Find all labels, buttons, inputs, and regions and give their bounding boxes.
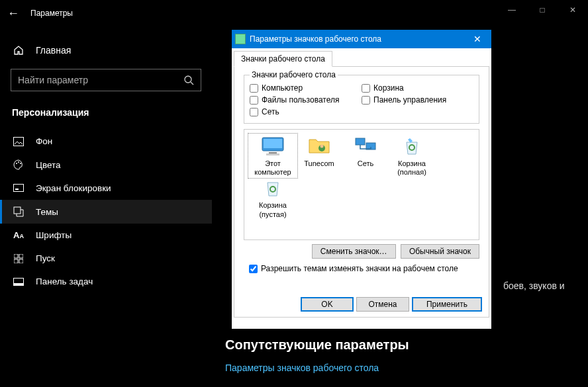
svg-rect-18: [266, 153, 279, 155]
icon-label-2: (пустая): [259, 210, 286, 218]
checkbox-label: Файлы пользователя: [262, 95, 339, 105]
window-title: Параметры: [30, 9, 73, 18]
checkbox-network[interactable]: Сеть: [250, 106, 362, 118]
icon-label-1: Tunecom: [304, 159, 334, 167]
icon-label-1: Корзина: [259, 201, 287, 209]
svg-rect-7: [15, 189, 19, 190]
allow-themes-label: Разрешить темам изменять значки на рабоч…: [261, 264, 458, 273]
allow-themes-checkbox[interactable]: Разрешить темам изменять значки на рабоч…: [240, 259, 483, 273]
sidebar-item-start[interactable]: Пуск: [0, 247, 212, 270]
checkbox-label: Панель управления: [373, 95, 446, 105]
back-button[interactable]: ←: [0, 0, 26, 26]
icon-label-1: Корзина: [398, 159, 426, 167]
sidebar-home-label: Главная: [36, 45, 71, 56]
svg-rect-6: [14, 184, 24, 191]
desktop-icons-group: Значки рабочего стола Компьютер Корзина …: [244, 75, 479, 124]
desktop-icon-settings-link[interactable]: Параметры значков рабочего стола: [225, 363, 379, 373]
this-pc-icon: [260, 135, 286, 157]
icon-recycle-full[interactable]: Корзина(полная): [389, 135, 435, 177]
svg-line-1: [191, 82, 193, 85]
apply-button[interactable]: Применить: [412, 297, 482, 312]
close-icon: ✕: [473, 34, 481, 44]
sidebar-item-themes[interactable]: Темы: [0, 200, 212, 224]
allow-themes-input[interactable]: [249, 265, 258, 273]
user-folder-icon: [306, 135, 332, 157]
recycle-empty-icon: [260, 177, 286, 199]
svg-rect-10: [19, 254, 23, 258]
settings-sidebar: Главная Найти параметр Персонализация Фо…: [0, 26, 212, 387]
checkbox-userfiles-input[interactable]: [250, 96, 258, 105]
checkbox-network-input[interactable]: [250, 108, 258, 116]
sidebar-item-taskbar[interactable]: Панель задач: [0, 270, 212, 293]
checkbox-controlpanel-input[interactable]: [362, 96, 370, 105]
icon-label-2: компьютер: [254, 168, 291, 176]
sidebar-item-label: Панель задач: [36, 277, 93, 286]
svg-rect-14: [14, 283, 24, 286]
svg-rect-16: [264, 139, 282, 148]
sidebar-home[interactable]: Главная: [0, 40, 212, 61]
change-icon-button[interactable]: Сменить значок…: [312, 244, 396, 259]
network-icon: [352, 135, 379, 157]
home-icon: [12, 45, 25, 56]
icon-label-1: Сеть: [358, 159, 373, 167]
icon-this-pc[interactable]: Этоткомпьютер: [250, 135, 296, 177]
svg-rect-21: [356, 138, 365, 145]
partial-theme-description: боев, звуков и: [503, 280, 565, 291]
checkbox-label: Компьютер: [262, 83, 303, 93]
desktop-icon-settings-dialog: Параметры значков рабочего стола ✕ Значк…: [232, 30, 491, 329]
sidebar-item-background[interactable]: Фон: [0, 130, 212, 153]
icon-network[interactable]: Сеть: [342, 135, 389, 177]
start-icon: [12, 254, 25, 263]
icon-recycle-empty[interactable]: Корзина(пустая): [250, 177, 296, 218]
checkbox-recyclebin-input[interactable]: [362, 84, 370, 93]
sidebar-item-label: Пуск: [36, 253, 55, 263]
dialog-body: Значки рабочего стола Значки рабочего ст…: [232, 48, 491, 329]
icon-label-1: Этот: [265, 159, 281, 167]
checkbox-computer-input[interactable]: [250, 84, 258, 93]
dialog-system-icon: [235, 34, 246, 44]
sidebar-item-label: Шрифты: [36, 230, 72, 240]
checkbox-label: Сеть: [262, 107, 279, 116]
sidebar-item-label: Экран блокировки: [36, 183, 111, 193]
checkbox-computer[interactable]: Компьютер: [250, 82, 362, 94]
tab-panel: Значки рабочего стола Компьютер Корзина …: [234, 66, 489, 318]
dialog-title: Параметры значков рабочего стола: [250, 34, 464, 44]
svg-point-20: [320, 145, 324, 148]
checkbox-userfiles[interactable]: Файлы пользователя: [250, 94, 362, 106]
cancel-button[interactable]: Отмена: [356, 297, 409, 312]
group-legend: Значки рабочего стола: [250, 70, 338, 79]
icon-user-folder[interactable]: Tunecom: [296, 135, 342, 177]
search-input[interactable]: Найти параметр: [11, 69, 201, 91]
checkbox-controlpanel[interactable]: Панель управления: [362, 94, 473, 106]
svg-rect-2: [14, 137, 24, 146]
dialog-titlebar: Параметры значков рабочего стола ✕: [232, 30, 491, 48]
taskbar-icon: [12, 278, 25, 286]
icon-preview-list: Этоткомпьютер Tunecom Сеть Корзина(полна…: [244, 129, 479, 240]
default-icon-button[interactable]: Обычный значок: [401, 244, 479, 259]
svg-point-3: [16, 163, 17, 164]
sidebar-item-fonts[interactable]: AA Шрифты: [0, 224, 212, 247]
sidebar-item-label: Темы: [36, 207, 58, 217]
themes-icon: [12, 206, 25, 217]
recycle-full-icon: [399, 135, 425, 157]
svg-point-4: [18, 161, 19, 163]
dialog-close-button[interactable]: ✕: [464, 30, 491, 48]
search-icon: [183, 75, 194, 85]
tab-desktop-icons[interactable]: Значки рабочего стола: [234, 51, 332, 67]
svg-point-5: [20, 163, 21, 164]
sidebar-item-lockscreen[interactable]: Экран блокировки: [0, 177, 212, 200]
svg-rect-9: [14, 254, 18, 258]
sidebar-section-title: Персонализация: [0, 102, 212, 130]
svg-rect-12: [19, 259, 23, 263]
picture-icon: [12, 137, 25, 146]
svg-point-0: [185, 76, 191, 83]
lockscreen-icon: [12, 184, 25, 193]
svg-rect-17: [269, 152, 277, 153]
svg-rect-8: [14, 207, 21, 214]
search-placeholder: Найти параметр: [18, 75, 88, 85]
sidebar-item-colors[interactable]: Цвета: [0, 153, 212, 177]
back-arrow-icon: ←: [7, 7, 19, 21]
checkbox-recyclebin[interactable]: Корзина: [362, 82, 473, 94]
svg-rect-11: [14, 259, 18, 263]
ok-button[interactable]: OK: [301, 297, 354, 312]
